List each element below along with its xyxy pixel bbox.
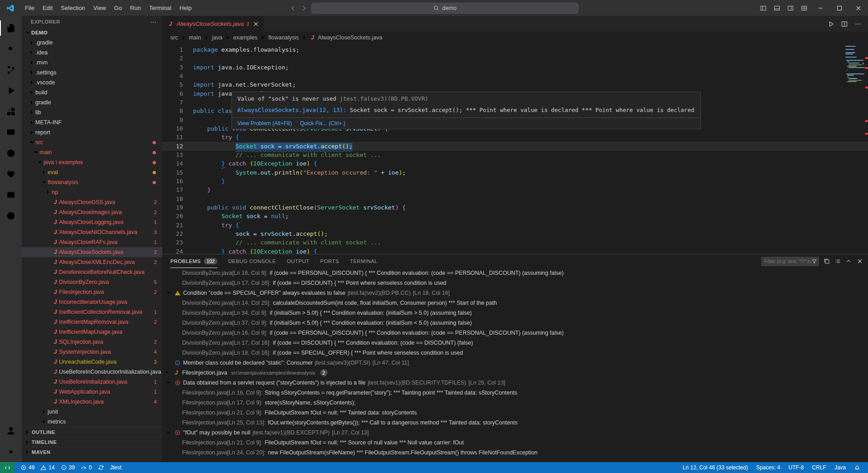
toggle-panel-icon[interactable] xyxy=(770,0,784,16)
split-editor-icon[interactable] xyxy=(841,20,848,28)
settings-gear-icon[interactable] xyxy=(0,441,22,462)
breadcrumb-item[interactable]: src xyxy=(169,34,179,41)
breadcrumb-item[interactable]: examples xyxy=(232,34,259,41)
tree-folder-report[interactable]: report xyxy=(22,127,162,137)
hover-file-link[interactable]: AlwaysCloseSockets.java(12, 13): xyxy=(237,107,350,113)
problems-warnings[interactable]: 14 xyxy=(38,462,57,473)
tree-folder-metrics[interactable]: metrics xyxy=(22,417,162,427)
tree-file-sqlinjection-java[interactable]: JSQLInjection.java2 xyxy=(22,337,162,347)
tree-file-alwayscloselogging-java[interactable]: JAlwaysCloseLogging.java1 xyxy=(22,217,162,227)
section-maven[interactable]: MAVEN xyxy=(22,447,162,457)
panel-tab-output[interactable]: OUTPUT xyxy=(287,254,309,268)
customize-layout-icon[interactable] xyxy=(797,0,811,16)
cursor-position[interactable]: Ln 12, Col 46 (33 selected) xyxy=(680,462,751,473)
tree-folder--vscode[interactable]: .vscode xyxy=(22,78,162,88)
search-icon[interactable] xyxy=(0,39,22,59)
tree-file-xmlinjection-java[interactable]: JXMLInjection.java4 xyxy=(22,397,162,407)
tree-file-alwaysclosegss-java[interactable]: JAlwaysCloseGSS.java2 xyxy=(22,197,162,207)
window-close-button[interactable] xyxy=(849,0,868,16)
editor-more-actions-icon[interactable] xyxy=(854,20,862,28)
meter-indicator[interactable]: 0 xyxy=(78,462,94,473)
problem-row[interactable]: FilesInjection.java[Ln 24, Col 20]: new … xyxy=(162,448,868,458)
tree-folder-main[interactable]: main xyxy=(22,147,162,157)
tab-alwaysclosesockets[interactable]: J AlwaysCloseSockets.java 2 xyxy=(162,16,264,32)
section-timeline[interactable]: TIMELINE xyxy=(22,437,162,447)
menu-run[interactable]: Run xyxy=(126,0,145,16)
tree-folder--gradle[interactable]: .gradle xyxy=(22,38,162,48)
tree-folder--settings[interactable]: .settings xyxy=(22,68,162,78)
tree-file-filesinjection-java[interactable]: JFilesInjection.java2 xyxy=(22,287,162,297)
problem-row[interactable]: Data obtained from a servlet request ("s… xyxy=(162,378,868,388)
problem-row[interactable]: FilesInjection.java[Ln 21, Col 9]: FileO… xyxy=(162,408,868,418)
panel-tab-ports[interactable]: PORTS xyxy=(320,254,339,268)
collapse-all-icon[interactable] xyxy=(824,258,830,264)
problem-row[interactable]: DivisionByZero.java[Ln 16, Col 9]: if (c… xyxy=(162,328,868,338)
problem-row[interactable]: DivisionByZero.java[Ln 17, Col 16]: if (… xyxy=(162,278,868,288)
notifications-bell[interactable] xyxy=(851,462,863,473)
minimap[interactable] xyxy=(844,44,864,254)
test-explorer-icon[interactable] xyxy=(0,143,22,164)
tree-file-systeminjection-java[interactable]: JSystemInjection.java4 xyxy=(22,347,162,357)
tree-folder-np[interactable]: np xyxy=(22,187,162,197)
menu-terminal[interactable]: Terminal xyxy=(145,0,175,16)
problem-row[interactable]: "fOut" may possibly be null jtest.fa(sev… xyxy=(162,428,868,438)
remote-indicator[interactable] xyxy=(0,462,14,473)
tree-file-inefficientmapremoval-java[interactable]: JInefficientMapRemoval.java2 xyxy=(22,317,162,327)
nav-forward-icon[interactable] xyxy=(300,5,308,12)
code-editor[interactable]: 1package examples.flowanalysis;23import … xyxy=(162,44,868,254)
tree-file-alwayscloseniochannels-java[interactable]: JAlwaysCloseNIOChannels.java3 xyxy=(22,227,162,237)
tree-file-alwayscloserafs-java[interactable]: JAlwaysCloseRAFs.java1 xyxy=(22,237,162,247)
tree-folder-build[interactable]: build xyxy=(22,88,162,98)
menu-edit[interactable]: Edit xyxy=(39,0,57,16)
menu-selection[interactable]: Selection xyxy=(57,0,89,16)
command-center-search[interactable]: demo xyxy=(311,3,579,14)
menu-view[interactable]: View xyxy=(89,0,110,16)
problem-row[interactable]: Member class could be declared "static":… xyxy=(162,358,868,368)
problems-errors[interactable]: 49 xyxy=(18,462,37,473)
problem-row[interactable]: DivisionByZero.java[Ln 18, Col 16]: if (… xyxy=(162,348,868,358)
tree-folder-meta-inf[interactable]: META-INF xyxy=(22,117,162,127)
source-control-icon[interactable] xyxy=(0,59,22,80)
eol[interactable]: CRLF xyxy=(809,462,829,473)
tree-file-unreachablecode-java[interactable]: JUnreachableCode.java3 xyxy=(22,357,162,367)
explorer-icon[interactable] xyxy=(0,18,22,39)
problem-row[interactable]: DivisionByZero.java[Ln 17, Col 16]: if (… xyxy=(162,338,868,348)
problem-row[interactable]: FilesInjection.java[Ln 25, Col 13]: fOut… xyxy=(162,418,868,428)
tree-file-usebeforeinconstructorinitialization-java[interactable]: JUseBeforeInConstructorInitialization.ja… xyxy=(22,367,162,377)
breadcrumb-item[interactable]: flowanalysis xyxy=(267,34,299,41)
section-outline[interactable]: OUTLINE xyxy=(22,427,162,437)
tree-folder-lib[interactable]: lib xyxy=(22,107,162,117)
problem-row[interactable]: Condition "code == SPECIAL_OFFER" always… xyxy=(162,288,868,298)
problem-row[interactable]: FilesInjection.java[Ln 17, Col 9]: store… xyxy=(162,398,868,408)
problems-infos[interactable]: 39 xyxy=(58,462,77,473)
tree-folder-flowanalysis[interactable]: flowanalysis xyxy=(22,177,162,187)
tree-file-usebeforeinitialization-java[interactable]: JUseBeforeInitialization.java1 xyxy=(22,377,162,387)
menu-help[interactable]: Help xyxy=(175,0,196,16)
problems-filter[interactable] xyxy=(761,257,819,266)
problem-row[interactable]: JFilesInjection.javasrc\main\java\exampl… xyxy=(162,368,868,378)
maximize-panel-icon[interactable] xyxy=(845,258,852,264)
jtest-indicator[interactable]: Jtest xyxy=(108,462,124,473)
tree-folder--mvn[interactable]: .mvn xyxy=(22,58,162,68)
breadcrumb-item[interactable]: main xyxy=(188,34,202,41)
tab-close-icon[interactable] xyxy=(252,20,260,28)
panel-tab-debug-console[interactable]: DEBUG CONSOLE xyxy=(228,254,276,268)
tree-file-dereferencebeforenullcheck-java[interactable]: JDereferenceBeforeNullCheck.java xyxy=(22,267,162,277)
quick-fix-action[interactable]: Quick Fix... (Ctrl+.) xyxy=(300,120,345,127)
view-as-table-icon[interactable] xyxy=(834,258,841,264)
views-more-icon[interactable]: ⋯ xyxy=(150,19,157,25)
problem-row[interactable]: DivisionByZero.java[Ln 16, Col 9]: if (c… xyxy=(162,268,868,278)
panel-tab-terminal[interactable]: TERMINAL xyxy=(350,254,377,268)
menu-file[interactable]: File xyxy=(21,0,39,16)
tree-folder-junit[interactable]: junit xyxy=(22,407,162,417)
toggle-secondary-sidebar-icon[interactable] xyxy=(784,0,797,16)
tree-file-alwaysclosexmlencdec-java[interactable]: JAlwaysCloseXMLEncDec.java2 xyxy=(22,257,162,267)
tree-file-incorrectiteratorusage-java[interactable]: JIncorrectIteratorUsage.java xyxy=(22,297,162,307)
nav-back-icon[interactable] xyxy=(289,5,297,12)
run-debug-icon[interactable] xyxy=(0,80,22,101)
window-minimize-button[interactable] xyxy=(811,0,830,16)
indentation[interactable]: Spaces: 4 xyxy=(753,462,783,473)
close-panel-icon[interactable] xyxy=(856,258,863,265)
language-mode[interactable]: Java xyxy=(831,462,849,473)
tree-file-inefficientmapusage-java[interactable]: JInefficientMapUsage.java xyxy=(22,327,162,337)
